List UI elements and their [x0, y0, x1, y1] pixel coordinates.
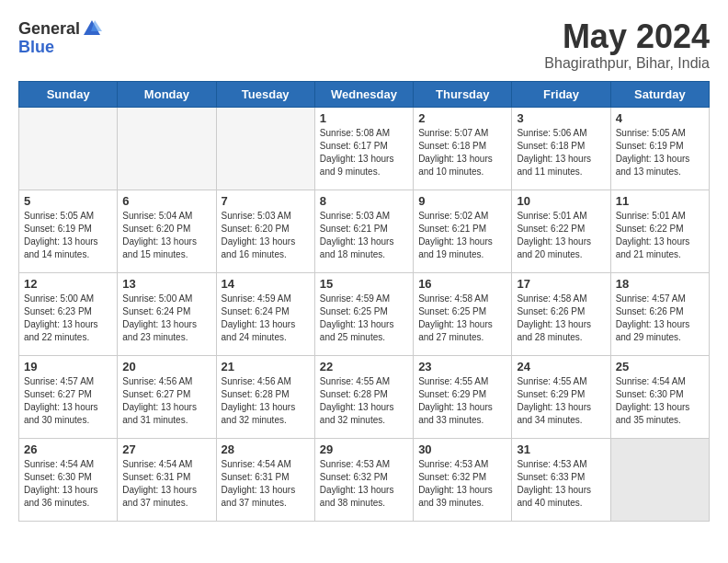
table-row: 18Sunrise: 4:57 AMSunset: 6:26 PMDayligh…	[610, 272, 709, 355]
day-number: 25	[616, 360, 704, 373]
table-row: 27Sunrise: 4:54 AMSunset: 6:31 PMDayligh…	[118, 438, 216, 521]
table-row	[118, 107, 216, 190]
cell-text: Sunrise: 4:57 AMSunset: 6:26 PMDaylight:…	[616, 293, 704, 344]
cell-text: Sunrise: 4:54 AMSunset: 6:30 PMDaylight:…	[616, 375, 704, 427]
table-row: 25Sunrise: 4:54 AMSunset: 6:30 PMDayligh…	[610, 355, 709, 438]
day-number: 30	[418, 442, 506, 456]
col-tuesday: Tuesday	[216, 81, 314, 107]
logo-blue: Blue	[18, 39, 54, 55]
day-number: 7	[222, 194, 310, 208]
day-number: 20	[122, 360, 210, 373]
cell-text: Sunrise: 5:00 AMSunset: 6:23 PMDaylight:…	[24, 293, 112, 344]
day-number: 4	[616, 111, 704, 125]
day-number: 19	[24, 360, 112, 373]
day-number: 6	[122, 194, 210, 208]
cell-text: Sunrise: 4:58 AMSunset: 6:26 PMDaylight:…	[517, 293, 605, 344]
calendar-subtitle: Bhagirathpur, Bihar, India	[544, 55, 710, 72]
cell-text: Sunrise: 5:04 AMSunset: 6:20 PMDaylight:…	[122, 210, 210, 261]
calendar-row: 1Sunrise: 5:08 AMSunset: 6:17 PMDaylight…	[19, 107, 710, 190]
day-number: 16	[418, 277, 506, 291]
day-number: 27	[122, 442, 210, 456]
cell-text: Sunrise: 4:53 AMSunset: 6:33 PMDaylight:…	[517, 458, 605, 510]
day-number: 23	[418, 360, 506, 373]
col-friday: Friday	[512, 81, 610, 107]
table-row: 7Sunrise: 5:03 AMSunset: 6:20 PMDaylight…	[216, 190, 314, 272]
table-row	[216, 107, 314, 190]
calendar-row: 19Sunrise: 4:57 AMSunset: 6:27 PMDayligh…	[19, 355, 710, 438]
table-row: 28Sunrise: 4:54 AMSunset: 6:31 PMDayligh…	[216, 438, 314, 521]
cell-text: Sunrise: 4:54 AMSunset: 6:31 PMDaylight:…	[122, 458, 210, 510]
day-number: 8	[320, 194, 408, 208]
day-number: 31	[517, 442, 605, 456]
col-wednesday: Wednesday	[314, 81, 413, 107]
table-row: 11Sunrise: 5:01 AMSunset: 6:22 PMDayligh…	[610, 190, 709, 272]
cell-text: Sunrise: 4:59 AMSunset: 6:24 PMDaylight:…	[222, 293, 310, 344]
day-number: 1	[320, 111, 408, 125]
day-number: 5	[24, 194, 112, 208]
day-number: 22	[320, 360, 408, 373]
day-number: 26	[24, 442, 112, 456]
day-number: 17	[517, 277, 605, 291]
table-row: 5Sunrise: 5:05 AMSunset: 6:19 PMDaylight…	[19, 190, 118, 272]
table-row: 4Sunrise: 5:05 AMSunset: 6:19 PMDaylight…	[610, 107, 709, 190]
day-number: 2	[418, 111, 506, 125]
cell-text: Sunrise: 4:53 AMSunset: 6:32 PMDaylight:…	[418, 458, 506, 510]
day-number: 24	[517, 360, 605, 373]
table-row: 23Sunrise: 4:55 AMSunset: 6:29 PMDayligh…	[414, 355, 512, 438]
table-row: 14Sunrise: 4:59 AMSunset: 6:24 PMDayligh…	[216, 272, 314, 355]
table-row: 12Sunrise: 5:00 AMSunset: 6:23 PMDayligh…	[19, 272, 118, 355]
day-number: 14	[222, 277, 310, 291]
col-thursday: Thursday	[414, 81, 512, 107]
table-row: 15Sunrise: 4:59 AMSunset: 6:25 PMDayligh…	[314, 272, 413, 355]
table-row: 13Sunrise: 5:00 AMSunset: 6:24 PMDayligh…	[118, 272, 216, 355]
table-row: 22Sunrise: 4:55 AMSunset: 6:28 PMDayligh…	[314, 355, 413, 438]
cell-text: Sunrise: 5:02 AMSunset: 6:21 PMDaylight:…	[418, 210, 506, 261]
logo: General Blue	[18, 18, 102, 55]
day-number: 21	[222, 360, 310, 373]
cell-text: Sunrise: 4:55 AMSunset: 6:28 PMDaylight:…	[320, 375, 408, 427]
table-row: 21Sunrise: 4:56 AMSunset: 6:28 PMDayligh…	[216, 355, 314, 438]
day-number: 12	[24, 277, 112, 291]
table-row: 8Sunrise: 5:03 AMSunset: 6:21 PMDaylight…	[314, 190, 413, 272]
cell-text: Sunrise: 4:54 AMSunset: 6:30 PMDaylight:…	[24, 458, 112, 510]
col-sunday: Sunday	[19, 81, 118, 107]
day-number: 29	[320, 442, 408, 456]
table-row: 1Sunrise: 5:08 AMSunset: 6:17 PMDaylight…	[314, 107, 413, 190]
table-row	[610, 438, 709, 521]
cell-text: Sunrise: 4:56 AMSunset: 6:28 PMDaylight:…	[222, 375, 310, 427]
day-number: 3	[517, 111, 605, 125]
table-row: 26Sunrise: 4:54 AMSunset: 6:30 PMDayligh…	[19, 438, 118, 521]
day-number: 9	[418, 194, 506, 208]
cell-text: Sunrise: 5:01 AMSunset: 6:22 PMDaylight:…	[517, 210, 605, 261]
table-row: 24Sunrise: 4:55 AMSunset: 6:29 PMDayligh…	[512, 355, 610, 438]
cell-text: Sunrise: 5:01 AMSunset: 6:22 PMDaylight:…	[616, 210, 704, 261]
calendar-row: 5Sunrise: 5:05 AMSunset: 6:19 PMDaylight…	[19, 190, 710, 272]
day-number: 11	[616, 194, 704, 208]
day-number: 18	[616, 277, 704, 291]
cell-text: Sunrise: 4:53 AMSunset: 6:32 PMDaylight:…	[320, 458, 408, 510]
cell-text: Sunrise: 5:05 AMSunset: 6:19 PMDaylight:…	[24, 210, 112, 261]
cell-text: Sunrise: 4:58 AMSunset: 6:25 PMDaylight:…	[418, 293, 506, 344]
cell-text: Sunrise: 5:03 AMSunset: 6:20 PMDaylight:…	[222, 210, 310, 261]
day-number: 13	[122, 277, 210, 291]
day-number: 10	[517, 194, 605, 208]
logo-general: General	[18, 20, 80, 37]
table-row: 6Sunrise: 5:04 AMSunset: 6:20 PMDaylight…	[118, 190, 216, 272]
table-row: 9Sunrise: 5:02 AMSunset: 6:21 PMDaylight…	[414, 190, 512, 272]
table-row: 17Sunrise: 4:58 AMSunset: 6:26 PMDayligh…	[512, 272, 610, 355]
table-row: 31Sunrise: 4:53 AMSunset: 6:33 PMDayligh…	[512, 438, 610, 521]
table-row: 10Sunrise: 5:01 AMSunset: 6:22 PMDayligh…	[512, 190, 610, 272]
cell-text: Sunrise: 4:59 AMSunset: 6:25 PMDaylight:…	[320, 293, 408, 344]
logo-icon	[82, 18, 102, 39]
cell-text: Sunrise: 4:54 AMSunset: 6:31 PMDaylight:…	[222, 458, 310, 510]
title-section: May 2024 Bhagirathpur, Bihar, India	[544, 18, 710, 72]
calendar-row: 12Sunrise: 5:00 AMSunset: 6:23 PMDayligh…	[19, 272, 710, 355]
day-number: 15	[320, 277, 408, 291]
calendar-title: May 2024	[544, 18, 710, 55]
cell-text: Sunrise: 4:57 AMSunset: 6:27 PMDaylight:…	[24, 375, 112, 427]
page-header: General Blue May 2024 Bhagirathpur, Biha…	[18, 18, 710, 72]
table-row: 20Sunrise: 4:56 AMSunset: 6:27 PMDayligh…	[118, 355, 216, 438]
col-saturday: Saturday	[610, 81, 709, 107]
calendar-header-row: Sunday Monday Tuesday Wednesday Thursday…	[19, 81, 710, 107]
cell-text: Sunrise: 5:08 AMSunset: 6:17 PMDaylight:…	[320, 127, 408, 178]
